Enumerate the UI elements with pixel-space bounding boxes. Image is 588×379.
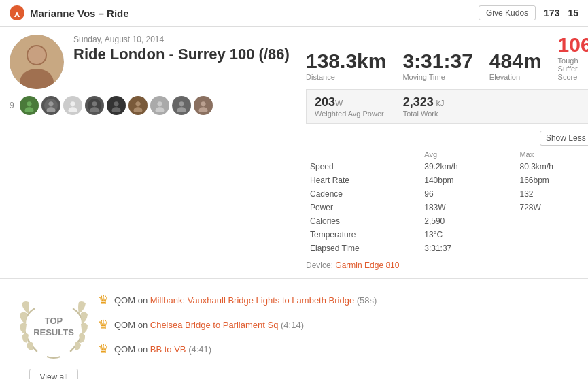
result-segment-link[interactable]: BB to VB	[150, 344, 186, 355]
col-metric-header	[306, 148, 420, 160]
kudos-avatar-8[interactable]	[172, 96, 191, 115]
results-list: ♛ QOM on Millbank: Vauxhaull Bridge Ligh…	[98, 290, 578, 379]
table-row: Elapsed Time 3:31:37	[306, 242, 588, 255]
kudos-avatar-5[interactable]	[107, 96, 126, 115]
kudos-avatar-2[interactable]	[41, 96, 60, 115]
svg-point-7	[27, 101, 31, 106]
athlete-avatar	[10, 35, 64, 89]
result-type: QOM	[114, 320, 135, 330]
top-results-heading: TOP RESULTS	[33, 316, 74, 339]
left-panel: Sunday, August 10, 2014 Ride London - Su…	[10, 35, 295, 270]
svg-point-25	[157, 101, 162, 106]
activity-info: Sunday, August 10, 2014 Ride London - Su…	[73, 35, 295, 63]
moving-time-value: 3:31:37	[402, 51, 472, 71]
give-kudos-button[interactable]: Give Kudos	[479, 5, 536, 20]
stats-grid-table: Avg Max Speed 39.2km/h 80.3km/h Heart Ra…	[306, 148, 588, 255]
header-right: Give Kudos 173 15	[479, 5, 578, 20]
row-avg: 39.2km/h	[420, 160, 515, 174]
kudos-avatar-1[interactable]	[20, 96, 39, 115]
stat-total-work: 2,323 kJ Total Work	[403, 95, 445, 118]
row-max: 728W	[515, 201, 588, 214]
row-avg: 183W	[420, 201, 515, 214]
result-segment-link[interactable]: Millbank: Vauxhaull Bridge Lights to Lam…	[150, 295, 354, 306]
list-item: ♛ QOM on Millbank: Vauxhaull Bridge Ligh…	[98, 293, 578, 308]
stats-table: Show Less Avg Max Speed 39.2km/h 80.3km/…	[306, 131, 588, 270]
crown-icon: ♛	[98, 293, 109, 308]
stat-tough-suffer: 106 Tough Suffer Score	[558, 35, 588, 81]
svg-point-10	[48, 101, 53, 106]
result-on-label: on	[138, 320, 150, 330]
row-max: 166bpm	[515, 174, 588, 187]
comments-count: 15	[568, 7, 578, 18]
table-row: Temperature 13°C	[306, 228, 588, 242]
laurel-container: TOP RESULTS	[16, 290, 91, 365]
result-type: QOM	[114, 295, 135, 306]
distance-value: 138.3km	[306, 51, 386, 71]
kudos-count: 173	[544, 7, 559, 18]
total-work-unit: kJ	[436, 99, 444, 108]
result-time: (4:41)	[188, 344, 211, 355]
row-label: Elapsed Time	[306, 242, 420, 255]
total-work-value: 2,323	[403, 95, 434, 109]
elevation-value: 484m	[489, 51, 542, 71]
col-max-header: Max	[515, 148, 588, 160]
table-row: Power 183W 728W	[306, 201, 588, 214]
kudos-avatar-4[interactable]	[85, 96, 104, 115]
view-all-button[interactable]: View all	[29, 369, 77, 379]
table-row: Calories 2,590	[306, 214, 588, 228]
result-on-label: on	[138, 295, 150, 306]
right-panel: 138.3km Distance 3:31:37 Moving Time 484…	[306, 35, 588, 270]
moving-time-label: Moving Time	[402, 73, 472, 81]
page-title: Marianne Vos – Ride	[30, 7, 129, 19]
col-avg-header: Avg	[420, 148, 515, 160]
kudos-avatar-9[interactable]	[194, 96, 213, 115]
profile-section: Sunday, August 10, 2014 Ride London - Su…	[10, 35, 295, 89]
tough-suffer-value: 106	[558, 35, 588, 55]
row-max	[515, 242, 588, 255]
stats-top-row: 138.3km Distance 3:31:37 Moving Time 484…	[306, 35, 588, 81]
stat-elevation: 484m Elevation	[489, 51, 542, 81]
activity-date: Sunday, August 10, 2014	[73, 35, 295, 44]
row-label: Calories	[306, 214, 420, 228]
row-avg: 13°C	[420, 228, 515, 242]
row-max: 132	[515, 187, 588, 201]
svg-point-5	[28, 46, 46, 64]
show-less-button[interactable]: Show Less	[540, 131, 588, 146]
stat-moving-time: 3:31:37 Moving Time	[402, 51, 472, 81]
row-avg: 140bpm	[420, 174, 515, 187]
result-segment-link[interactable]: Chelsea Bridge to Parliament Sq	[150, 320, 279, 330]
weighted-avg-power-value: 203	[315, 95, 335, 109]
weighted-avg-power-label: Weighted Avg Power	[315, 110, 384, 118]
svg-point-19	[114, 101, 118, 106]
svg-point-31	[201, 101, 205, 106]
result-text: QOM on BB to VB (4:41)	[114, 344, 211, 355]
svg-point-16	[92, 101, 97, 106]
device-row: Device: Garmin Edge 810	[306, 261, 588, 270]
result-time: (58s)	[357, 295, 377, 306]
kudos-avatar-3[interactable]	[63, 96, 82, 115]
weighted-avg-power-unit: W	[335, 99, 343, 108]
row-label: Heart Rate	[306, 174, 420, 187]
result-time: (4:14)	[281, 320, 304, 330]
crown-icon: ♛	[98, 317, 109, 332]
device-label: Device:	[306, 261, 333, 270]
device-link[interactable]: Garmin Edge 810	[335, 261, 399, 270]
header: Marianne Vos – Ride Give Kudos 173 15	[0, 0, 588, 27]
avatar-image	[10, 35, 64, 89]
kudos-count-label: 9	[10, 101, 14, 110]
stat-weighted-avg-power: 203W Weighted Avg Power	[315, 95, 384, 118]
row-max: 80.3km/h	[515, 160, 588, 174]
total-work-label: Total Work	[403, 110, 445, 118]
activity-title: Ride London - Surrey 100 (/86)	[73, 46, 295, 63]
row-label: Speed	[306, 160, 420, 174]
tough-suffer-label: Tough Suffer Score	[558, 56, 588, 81]
result-type: QOM	[114, 344, 135, 355]
kudos-avatar-7[interactable]	[150, 96, 169, 115]
bottom-section: TOP RESULTS View all ♛ QOM on Millbank: …	[0, 279, 588, 379]
kudos-avatar-6[interactable]	[128, 96, 148, 115]
row-label: Cadence	[306, 187, 420, 201]
strava-logo-icon	[10, 5, 24, 20]
result-text: QOM on Millbank: Vauxhaull Bridge Lights…	[114, 295, 377, 306]
top-results-panel: TOP RESULTS View all	[10, 290, 98, 379]
table-row: Cadence 96 132	[306, 187, 588, 201]
